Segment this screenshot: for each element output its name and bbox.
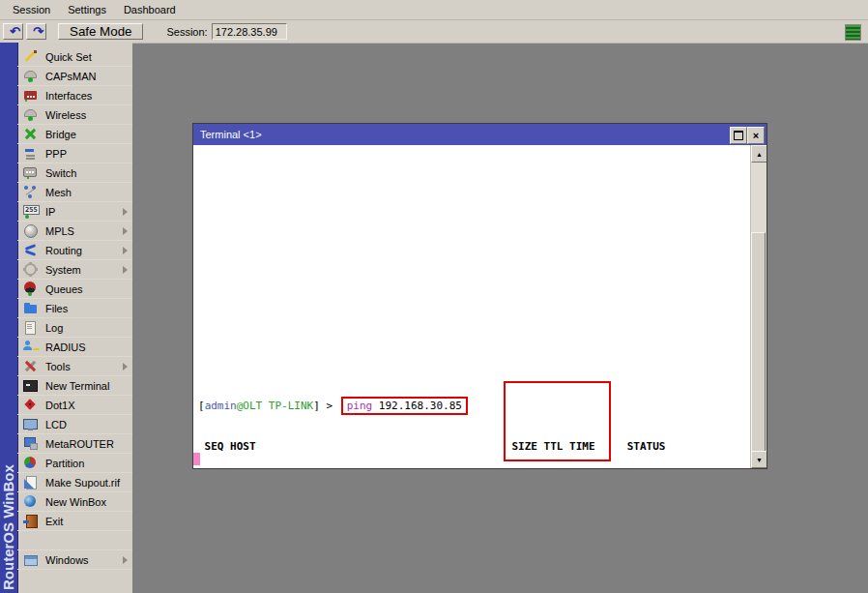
sidebar-item-ip[interactable]: 255IP	[17, 202, 132, 222]
sidebar-item-switch[interactable]: Switch	[17, 163, 132, 183]
submenu-arrow-icon	[123, 363, 128, 371]
document-icon	[23, 475, 38, 489]
sidebar-item-dot1x[interactable]: Dot1X	[17, 396, 132, 415]
sidebar-item-mpls[interactable]: MPLS	[17, 222, 132, 241]
menu-dashboard[interactable]: Dashboard	[115, 1, 185, 18]
output-header-line: SEQ HOSTSIZE TTL TIMESTATUS	[198, 440, 750, 454]
dot1x-diamond-icon	[23, 398, 38, 412]
sidebar-items: Quick Set CAPsMAN Interfaces Wireless Br…	[17, 43, 132, 593]
terminal-prompt-line: [admin@OLT TP-LINK] > ping 192.168.30.85	[198, 400, 750, 413]
sidebar-item-interfaces[interactable]: Interfaces	[17, 86, 132, 105]
scrollbar-thumb[interactable]	[751, 232, 766, 453]
submenu-arrow-icon	[123, 266, 128, 274]
scroll-up-button[interactable]: ▲	[751, 145, 767, 163]
terminal-output: [admin@OLT TP-LINK] > ping 192.168.30.85…	[198, 372, 750, 468]
menu-bar: Session Settings Dashboard	[0, 0, 868, 20]
sidebar-item-windows[interactable]: Windows	[17, 550, 132, 570]
sidebar-item-partition[interactable]: Partition	[17, 454, 132, 473]
sidebar-item-lcd[interactable]: LCD	[17, 415, 132, 434]
window-icon	[23, 552, 38, 567]
metarouter-icon	[23, 436, 38, 451]
wireless-antenna-icon	[23, 107, 38, 122]
brand-strip: RouterOS WinBox	[0, 43, 18, 593]
crossed-tools-icon	[23, 359, 38, 373]
sidebar-item-make-supout[interactable]: Make Supout.rif	[17, 473, 132, 492]
routing-arrows-icon	[23, 243, 38, 257]
prompt-host: @OLT TP-LINK	[237, 400, 313, 412]
sidebar-spacer	[17, 531, 132, 550]
winbox-app: Session Settings Dashboard ↶ ↷ Safe Mode…	[0, 0, 868, 593]
brand-text: RouterOS WinBox	[0, 421, 17, 590]
traffic-indicator-icon	[845, 24, 861, 41]
switch-icon	[23, 165, 38, 180]
maximize-button[interactable]	[730, 127, 747, 144]
submenu-arrow-icon	[123, 556, 128, 564]
submenu-arrow-icon	[123, 227, 128, 235]
scroll-down-button[interactable]: ▼	[751, 451, 767, 468]
gear-icon	[23, 262, 38, 277]
submenu-arrow-icon	[123, 208, 128, 216]
mesh-nodes-icon	[23, 185, 38, 199]
terminal-cursor	[193, 453, 200, 465]
sidebar-item-routing[interactable]: Routing	[17, 241, 132, 260]
magic-wand-icon	[23, 49, 38, 64]
sidebar-item-exit[interactable]: Exit	[17, 512, 132, 531]
sidebar-item-quick-set[interactable]: Quick Set	[17, 47, 132, 67]
sidebar: RouterOS WinBox Quick Set CAPsMAN Interf…	[0, 43, 132, 593]
sidebar-item-mesh[interactable]: Mesh	[17, 183, 132, 202]
sidebar-item-log[interactable]: Log	[17, 318, 132, 338]
session-label: Session:	[166, 26, 207, 38]
terminal-window: Terminal <1> × [admin@OLT TP-LINK] > pin…	[192, 123, 767, 469]
ping-command-highlight: ping 192.168.30.85	[341, 397, 468, 415]
sphere-icon	[23, 223, 38, 238]
terminal-body[interactable]: [admin@OLT TP-LINK] > ping 192.168.30.85…	[193, 145, 767, 468]
sidebar-item-capsman[interactable]: CAPsMAN	[17, 67, 132, 86]
folder-icon	[23, 301, 38, 315]
sidebar-item-bridge[interactable]: Bridge	[17, 125, 132, 144]
safe-mode-button[interactable]: Safe Mode	[58, 23, 143, 40]
sidebar-item-new-terminal[interactable]: New Terminal	[17, 376, 132, 396]
sidebar-item-queues[interactable]: Queues	[17, 280, 132, 299]
terminal-scrollbar[interactable]: ▲ ▼	[750, 145, 767, 468]
sidebar-item-metarouter[interactable]: MetaROUTER	[17, 434, 132, 454]
toolbar: ↶ ↷ Safe Mode Session:	[0, 20, 868, 44]
menu-session[interactable]: Session	[4, 1, 59, 18]
submenu-arrow-icon	[123, 247, 128, 254]
prompt-user: admin	[205, 400, 237, 412]
terminal-title: Terminal <1>	[200, 129, 262, 140]
maximize-icon	[734, 131, 743, 140]
sidebar-item-radius[interactable]: RADIUS	[17, 338, 132, 357]
ip-255-icon: 255	[23, 204, 38, 219]
bridge-arrows-icon	[23, 127, 38, 141]
command-args: 192.168.30.85	[372, 400, 462, 412]
network-card-icon	[23, 88, 38, 103]
ping-stats-highlight	[504, 381, 611, 461]
exit-door-icon	[23, 514, 38, 528]
partition-pie-icon	[23, 456, 38, 470]
antenna-icon	[23, 69, 38, 83]
redo-button[interactable]: ↷	[26, 23, 46, 40]
user-key-icon	[23, 340, 38, 354]
terminal-titlebar[interactable]: Terminal <1> ×	[193, 124, 767, 145]
sidebar-item-files[interactable]: Files	[17, 299, 132, 318]
globe-icon	[23, 494, 38, 509]
terminal-icon	[23, 378, 38, 393]
command-name: ping	[347, 400, 373, 412]
queues-pie-icon	[23, 282, 38, 296]
sidebar-item-wireless[interactable]: Wireless	[17, 105, 132, 125]
close-button[interactable]: ×	[747, 127, 765, 144]
menu-settings[interactable]: Settings	[59, 1, 115, 18]
ppp-icon	[23, 146, 38, 161]
sidebar-item-ppp[interactable]: PPP	[17, 144, 132, 163]
undo-button[interactable]: ↶	[3, 23, 23, 40]
sidebar-item-system[interactable]: System	[17, 260, 132, 280]
sidebar-item-tools[interactable]: Tools	[17, 357, 132, 376]
log-paper-icon	[23, 320, 38, 335]
monitor-icon	[23, 417, 38, 431]
session-input[interactable]	[212, 23, 287, 40]
sidebar-item-new-winbox[interactable]: New WinBox	[17, 492, 132, 512]
